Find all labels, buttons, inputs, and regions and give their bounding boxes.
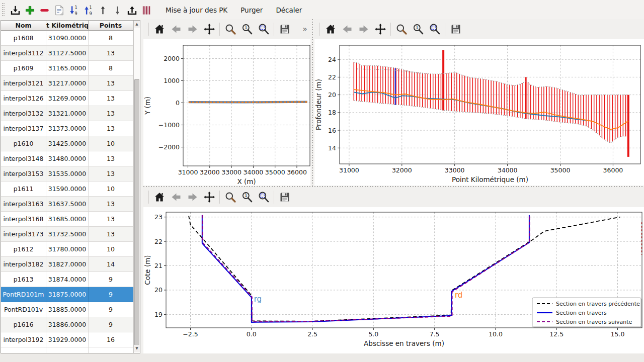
cell-points: 14 (89, 257, 133, 272)
toolbar-separator (390, 23, 391, 36)
table-row[interactable]: p161331874.00009 (1, 272, 140, 287)
column-header-nom[interactable]: Nom (1, 21, 46, 31)
cross-section-chart[interactable]: −2.50.02.55.07.510.012.515.02322212019Ab… (143, 207, 644, 353)
scroll-up-icon[interactable]: ▲ (134, 21, 140, 28)
save-button[interactable] (276, 21, 293, 37)
zoom-one-button[interactable]: 1 (410, 21, 426, 37)
zoom-button[interactable] (222, 21, 238, 37)
back-button[interactable] (168, 21, 184, 37)
table-row[interactable]: interpol318231827.000014 (1, 257, 140, 272)
save-button[interactable] (276, 189, 293, 205)
home-button[interactable] (151, 189, 168, 205)
cross-section-panel: 1 −2.50.02.55.07.510.012.515.02322212019… (143, 187, 644, 353)
table-row[interactable]: interpol313231321.000013 (1, 106, 140, 121)
table-row[interactable]: p161131590.000010 (1, 182, 140, 197)
pan-button[interactable] (372, 21, 388, 37)
home-button[interactable] (151, 21, 168, 37)
plan-chart[interactable]: 310003200033000340003500036000200010000−… (143, 39, 310, 186)
import-button[interactable] (8, 2, 23, 18)
table-row[interactable]: p161231780.000010 (1, 242, 140, 257)
zoom-one-button[interactable]: 1 (238, 189, 255, 205)
purge-button[interactable]: Purger (234, 0, 269, 20)
zoom-marked-button[interactable] (426, 21, 443, 37)
vertical-splitter[interactable] (310, 19, 314, 186)
scroll-down-icon[interactable]: ▼ (134, 345, 140, 352)
cell-points: 9 (89, 287, 133, 302)
table-row[interactable]: interpol311231127.500013 (1, 46, 140, 61)
longitudinal-profile-panel: 1 31000320003300034000350003600024222018… (314, 19, 644, 186)
cell-points: 9 (89, 272, 133, 287)
toolbar-grip[interactable] (2, 3, 5, 17)
sort-descending-button[interactable]: 19 (66, 2, 81, 18)
forward-button[interactable] (184, 189, 201, 205)
shift-button[interactable]: Décaler (269, 0, 308, 20)
zoom-marked-button[interactable] (255, 189, 272, 205)
table-row[interactable]: PontRD101m31875.00009 (1, 287, 140, 302)
toolbar-separator (274, 191, 274, 204)
save-icon (279, 191, 291, 203)
zoom-icon (395, 23, 408, 35)
table-row[interactable]: PontRD101v31885.00009 (1, 302, 140, 317)
zoom-marked-icon (258, 23, 270, 35)
toolbar-separator (319, 23, 320, 36)
table-row[interactable]: interpol314831480.000013 (1, 151, 140, 166)
back-button[interactable] (168, 189, 184, 205)
home-button[interactable] (322, 21, 339, 37)
table-row[interactable]: interpol316331637.500013 (1, 197, 140, 212)
section-courante (202, 215, 529, 322)
section-plot-toolbar: 1 (143, 187, 644, 207)
remove-button[interactable] (37, 2, 52, 18)
column-header-point-kilometrique[interactable]: t Kilométrique (46, 21, 89, 31)
zoom-one-button[interactable]: 1 (238, 21, 255, 37)
status-bar (0, 353, 644, 362)
table-row[interactable]: p161031425.000010 (1, 136, 140, 151)
zoom-icon (224, 191, 236, 203)
scrollbar-thumb[interactable] (134, 79, 139, 345)
table-row[interactable]: interpol313731373.000013 (1, 121, 140, 136)
legend: Section en travers précédenteSection en … (532, 298, 642, 328)
table-row[interactable]: p160931165.00008 (1, 61, 140, 76)
update-pk-button[interactable]: Mise à jour des PK (159, 0, 234, 20)
zoom-button[interactable] (222, 189, 238, 205)
arrow-down-button[interactable] (110, 2, 125, 18)
cell-point-kilometrique: 31929.0000 (46, 332, 89, 347)
table-row[interactable]: interpol312131217.000013 (1, 76, 140, 91)
back-button[interactable] (339, 21, 355, 37)
table-row[interactable]: interpol312631269.000013 (1, 91, 140, 106)
table-scrollbar[interactable]: ▲ ▼ (133, 21, 140, 353)
pan-button[interactable] (201, 189, 217, 205)
table-row[interactable]: p161631886.00009 (1, 317, 140, 332)
cell-point-kilometrique: 31321.0000 (46, 106, 89, 121)
table-row[interactable]: p160831090.00008 (1, 31, 140, 46)
x-axis-label: Point Kilométrique (m) (452, 175, 528, 184)
cell-point-kilometrique: 31885.0000 (46, 302, 89, 317)
table-row[interactable]: interpol315331535.000013 (1, 166, 140, 182)
add-button[interactable] (23, 2, 37, 18)
pan-button[interactable] (201, 21, 217, 37)
table-row[interactable]: interpol316831685.000013 (1, 212, 140, 227)
zoom-button[interactable] (393, 21, 410, 37)
zoom-marked-button[interactable] (255, 21, 272, 37)
pk-bars-button[interactable] (139, 2, 154, 18)
table-row[interactable]: interpol317331732.500013 (1, 227, 140, 242)
table-row[interactable]: interpol319231929.000016 (1, 332, 140, 347)
page-button[interactable] (52, 2, 66, 18)
arrow-up-button[interactable] (96, 2, 110, 18)
longitudinal-profile-chart[interactable]: 3100032000330003400035000360002422201816… (314, 39, 644, 187)
cell-points: 13 (89, 106, 133, 121)
save-button[interactable] (447, 21, 464, 37)
column-header-points[interactable]: Points (89, 21, 133, 31)
chevron-double-right-button[interactable]: » (300, 21, 309, 37)
page-icon (53, 5, 65, 16)
cell-nom: PontRD101v (1, 302, 46, 317)
sort-ascending-button[interactable]: 19 (81, 2, 96, 18)
cell-nom: interpol3163 (1, 197, 46, 212)
back-icon (170, 191, 182, 203)
svg-text:1000: 1000 (164, 77, 180, 84)
export-button[interactable] (125, 2, 139, 18)
forward-button[interactable] (184, 21, 201, 37)
sort-ascending-icon: 19 (83, 5, 94, 16)
pan-icon (203, 191, 215, 203)
forward-button[interactable] (355, 21, 372, 37)
sort-descending-icon: 19 (68, 5, 79, 16)
